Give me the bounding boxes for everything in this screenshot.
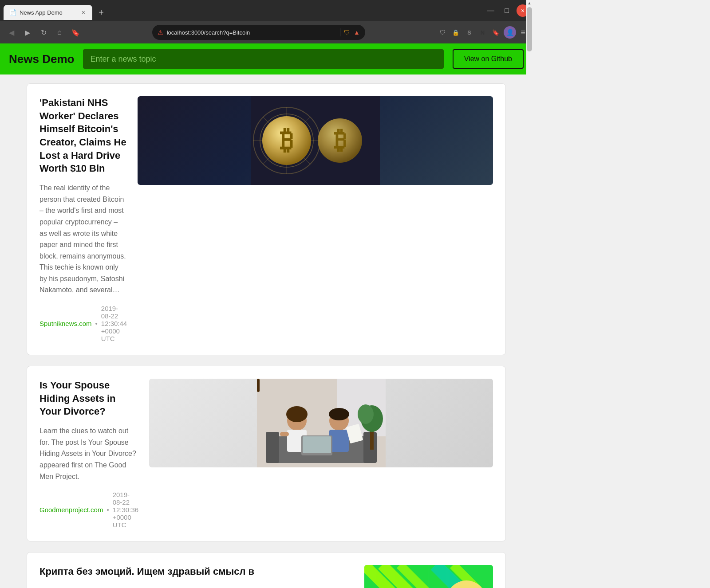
news-card-2: Is Your Spouse Hiding Assets in Your Div… [27, 366, 506, 541]
app-logo: News Demo [9, 52, 74, 66]
scroll-up-arrow[interactable]: ▲ [527, 0, 532, 6]
news-title-3: Крипта без эмоций. Ищем здравый смысл в [39, 565, 354, 578]
news-text-3: Крипта без эмоций. Ищем здравый смысл в [39, 565, 354, 585]
news-image-2 [149, 379, 493, 467]
news-dot-2: • [106, 506, 109, 514]
news-text-1: 'Pakistani NHS Worker' Declares Himself … [39, 96, 127, 342]
tab-close-button[interactable]: × [80, 8, 87, 17]
address-divider [340, 28, 340, 36]
divorce-image-svg [257, 379, 386, 467]
crypto-image-svg [364, 565, 493, 588]
refresh-button[interactable]: ↻ [37, 26, 50, 39]
svg-rect-26 [303, 436, 331, 453]
minimize-button[interactable]: — [485, 4, 497, 17]
news-date-2: 2019-08-22 12:30:36 +0000 UTC [113, 491, 138, 529]
browser-chrome: 📄 News App Demo × + — □ × ◀ ▶ ↻ ⌂ 🔖 ⚠ lo… [0, 0, 532, 43]
brave-shield-icon: 🛡 [344, 29, 350, 36]
news-meta-2: Goodmenproject.com • 2019-08-22 12:30:36… [39, 491, 138, 529]
svg-text:₿: ₿ [334, 126, 346, 154]
svg-point-30 [358, 404, 374, 424]
svg-rect-18 [257, 379, 260, 392]
tab-bar: 📄 News App Demo × + — □ × [0, 0, 532, 21]
bitcoin-image-svg: ₿ ₿ [251, 96, 380, 185]
news-text-2: Is Your Spouse Hiding Assets in Your Div… [39, 379, 138, 529]
navigation-bar: ◀ ▶ ↻ ⌂ 🔖 ⚠ localhost:3000/search?q=Bitc… [0, 21, 532, 43]
tab-title: News App Demo [20, 9, 76, 16]
news-card: 'Pakistani NHS Worker' Declares Himself … [27, 83, 506, 355]
news-date-1: 2019-08-22 12:30:44 +0000 UTC [101, 305, 127, 342]
svg-text:₿: ₿ [280, 125, 293, 155]
svg-point-22 [329, 408, 349, 420]
brave-logo-icon: ▲ [354, 29, 360, 36]
news-image-3 [364, 565, 493, 588]
news-description-2: Learn the clues to watch out for. The po… [39, 425, 138, 482]
news-image-1: ₿ ₿ [138, 96, 493, 185]
svg-rect-14 [266, 432, 279, 463]
forward-button[interactable]: ▶ [21, 26, 34, 39]
home-button[interactable]: ⌂ [53, 26, 66, 39]
window-controls: — □ × [485, 4, 529, 20]
profile-icon[interactable]: 👤 [504, 26, 516, 39]
bookmark-button[interactable]: 🔖 [69, 26, 82, 39]
bitwarden-icon[interactable]: 🔒 [450, 27, 461, 38]
tab-page-icon: 📄 [9, 9, 16, 16]
scrollbar[interactable]: ▲ ▼ [526, 0, 532, 588]
main-content: 'Pakistani NHS Worker' Declares Himself … [0, 74, 532, 588]
app-header: News Demo View on Github [0, 43, 532, 74]
news-description-1: The real identity of the person that cre… [39, 182, 127, 296]
shield-extension-icon[interactable]: 🛡 [437, 27, 448, 38]
news-title-1: 'Pakistani NHS Worker' Declares Himself … [39, 96, 127, 175]
s-extension-icon[interactable]: S [464, 27, 474, 38]
news-dot-1: • [95, 320, 98, 327]
svg-rect-20 [280, 432, 289, 436]
pocket-icon[interactable]: 🔖 [490, 27, 501, 38]
news-title-2: Is Your Spouse Hiding Assets in Your Div… [39, 379, 138, 418]
scroll-thumb[interactable] [527, 7, 532, 51]
active-tab[interactable]: 📄 News App Demo × [4, 5, 92, 20]
search-input[interactable] [83, 49, 443, 69]
security-warning-icon: ⚠ [158, 29, 163, 36]
news-source-1[interactable]: Sputniknews.com [39, 320, 92, 327]
extension-icons: 🛡 🔒 S N 🔖 👤 ≡ [437, 26, 527, 39]
news-card-3: Крипта без эмоций. Ищем здравый смысл в [27, 552, 506, 588]
svg-point-17 [286, 406, 308, 422]
news-meta-1: Sputniknews.com • 2019-08-22 12:30:44 +0… [39, 305, 127, 342]
maximize-button[interactable]: □ [501, 4, 513, 17]
new-tab-button[interactable]: + [94, 5, 108, 20]
back-button[interactable]: ◀ [5, 26, 18, 39]
url-display: localhost:3000/search?q=Bitcoin [167, 29, 336, 36]
notion-icon[interactable]: N [477, 27, 488, 38]
github-button[interactable]: View on Github [453, 49, 524, 69]
address-bar[interactable]: ⚠ localhost:3000/search?q=Bitcoin 🛡 ▲ [152, 25, 365, 40]
news-source-2[interactable]: Goodmenproject.com [39, 506, 103, 514]
